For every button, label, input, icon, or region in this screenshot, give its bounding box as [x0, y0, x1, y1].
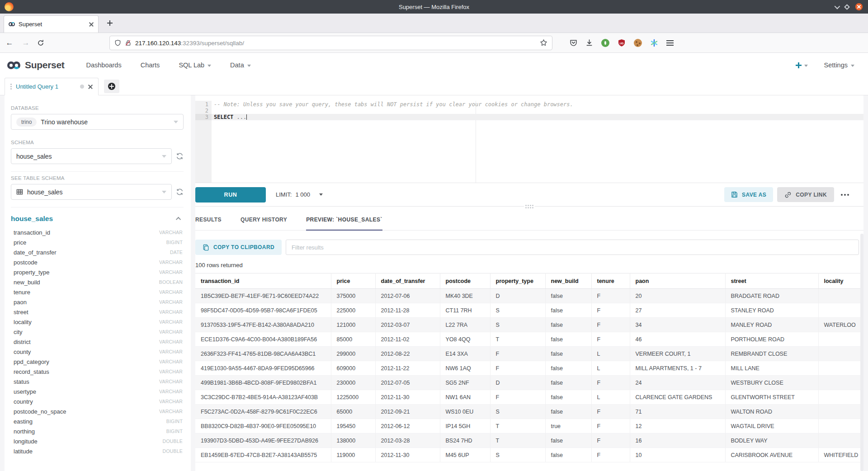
table-cell: 65000	[331, 405, 375, 419]
column-header-price[interactable]: price	[331, 273, 375, 289]
menu-icon[interactable]	[666, 40, 674, 46]
results-tab-preview[interactable]: PREVIEW: `HOUSE_SALES`	[306, 217, 382, 231]
column-header-locality[interactable]: locality	[818, 273, 863, 289]
table-cell: D	[490, 289, 545, 303]
results-tab-query-history[interactable]: QUERY HISTORY	[241, 217, 287, 231]
sql-editor[interactable]: 123 -- Note: Unless you save your query,…	[195, 101, 863, 183]
reload-button[interactable]	[37, 39, 44, 47]
query-tab[interactable]: Untitled Query 1	[5, 78, 99, 95]
column-type: DOUBLE	[163, 448, 183, 454]
table-select[interactable]: house_sales	[11, 184, 172, 200]
table-cell: MILL APARTMENTS, 1 - 7	[630, 361, 725, 376]
settings-menu[interactable]: Settings	[824, 61, 854, 69]
forward-button[interactable]: →	[21, 38, 31, 47]
column-type: VARCHAR	[159, 399, 183, 404]
drag-handle-icon[interactable]	[10, 84, 12, 89]
schema-column: latitudeDOUBLE	[11, 446, 184, 456]
column-header-property_type[interactable]: property_type	[490, 273, 545, 289]
results-table-wrap: transaction_idpricedate_of_transferpostc…	[195, 273, 863, 471]
table-row: 98F5DC47-0D05-4D59-95B7-98CA6F1FDE052250…	[195, 303, 863, 318]
window-title: Superset — Mozilla Firefox	[0, 4, 868, 10]
copy-link-button[interactable]: COPY LINK	[777, 187, 834, 202]
database-label: DATABASE	[11, 105, 184, 111]
new-tab-button[interactable]	[103, 14, 117, 33]
table-cell: MANLEY ROAD	[725, 318, 818, 332]
column-header-tenure[interactable]: tenure	[591, 273, 630, 289]
nav-item-data[interactable]: Data	[230, 61, 251, 69]
insecure-lock-icon[interactable]	[125, 39, 132, 47]
superset-logo-icon[interactable]: Superset	[7, 60, 64, 71]
more-options-button[interactable]	[838, 191, 852, 198]
column-type: BIGINT	[166, 240, 183, 245]
extension-blue-icon[interactable]	[650, 39, 658, 47]
chevron-down-icon	[162, 155, 166, 158]
schema-select[interactable]: house_sales	[11, 148, 172, 164]
superset-brand: Superset	[25, 60, 64, 71]
window-maximize-icon[interactable]	[844, 4, 850, 10]
collapse-chevron-icon[interactable]	[176, 217, 181, 222]
bookmark-star-icon[interactable]	[540, 39, 547, 47]
results-scrollbar[interactable]	[860, 234, 863, 471]
table-cell: F	[490, 347, 545, 361]
table-cell: CARISBROOK AVENUE	[725, 448, 818, 462]
table-cell	[818, 347, 863, 361]
window-minimize-icon[interactable]	[835, 3, 840, 9]
cookie-icon[interactable]	[634, 39, 642, 47]
column-type: VARCHAR	[159, 349, 183, 354]
column-name: street	[14, 309, 28, 316]
download-icon[interactable]	[585, 39, 593, 47]
table-cell: 299000	[331, 347, 375, 361]
filter-results-input[interactable]	[286, 240, 859, 255]
add-new-button[interactable]	[796, 62, 808, 68]
column-header-new_build[interactable]: new_build	[545, 273, 591, 289]
table-cell: false	[545, 361, 591, 376]
line-number: 2	[195, 108, 212, 114]
column-type: VARCHAR	[159, 289, 183, 295]
pocket-icon[interactable]	[570, 39, 577, 47]
table-cell: true	[545, 419, 591, 433]
schema-column: cityVARCHAR	[11, 327, 184, 337]
run-button[interactable]: RUN	[195, 187, 266, 203]
editor-code-area[interactable]: -- Note: Unless you save your query, the…	[212, 101, 863, 183]
column-header-date_of_transfer[interactable]: date_of_transfer	[375, 273, 440, 289]
table-cell: WHITEFIELD	[818, 448, 863, 462]
column-type: VARCHAR	[159, 379, 183, 384]
window-close-button[interactable]	[855, 3, 863, 10]
nav-item-sql-lab[interactable]: SQL Lab	[179, 61, 211, 69]
url-bar[interactable]: 217.160.120.143:32393/superset/sqllab/	[109, 36, 552, 50]
results-tab-results[interactable]: RESULTS	[195, 217, 222, 231]
add-query-tab-button[interactable]	[104, 80, 119, 93]
column-header-street[interactable]: street	[725, 273, 818, 289]
nav-item-dashboards[interactable]: Dashboards	[86, 61, 121, 69]
results-tabs: RESULTSQUERY HISTORYPREVIEW: `HOUSE_SALE…	[195, 207, 863, 231]
table-cell: 2012-11-22	[375, 361, 440, 376]
table-schema-title[interactable]: house_sales	[11, 215, 53, 223]
refresh-schema-icon[interactable]	[176, 152, 184, 160]
shield-icon[interactable]	[114, 39, 121, 47]
save-as-button[interactable]: SAVE AS	[724, 187, 773, 202]
refresh-table-icon[interactable]	[176, 188, 184, 196]
query-tab-bar: Untitled Query 1	[0, 77, 868, 95]
caret-down-icon	[804, 65, 808, 67]
back-button[interactable]: ←	[5, 38, 14, 47]
table-cell: 71	[630, 405, 725, 419]
extension-green-icon[interactable]	[601, 39, 609, 47]
table-cell: 121000	[331, 318, 375, 332]
plus-icon	[796, 62, 802, 68]
copy-to-clipboard-button[interactable]: COPY TO CLIPBOARD	[195, 240, 282, 255]
database-select[interactable]: trino Trino warehouse	[11, 114, 184, 130]
browser-tab[interactable]: Superset	[4, 15, 99, 33]
nav-item-charts[interactable]: Charts	[141, 61, 160, 69]
table-cell: WALTON ROAD	[725, 405, 818, 419]
column-header-paon[interactable]: paon	[630, 273, 725, 289]
query-tab-close-icon[interactable]	[88, 85, 93, 89]
limit-dropdown[interactable]: LIMIT: 1 000	[276, 191, 323, 198]
adblock-shield-icon[interactable]: UD	[618, 39, 626, 47]
table-row: EB1459EB-67ED-47C8-B2E7-A38143AB55751190…	[195, 448, 863, 462]
column-name: northing	[14, 428, 35, 435]
column-header-postcode[interactable]: postcode	[440, 273, 490, 289]
table-cell: SG5 2NF	[440, 376, 490, 390]
tab-close-icon[interactable]	[89, 22, 94, 27]
column-header-transaction_id[interactable]: transaction_id	[195, 273, 331, 289]
table-cell: false	[545, 303, 591, 318]
